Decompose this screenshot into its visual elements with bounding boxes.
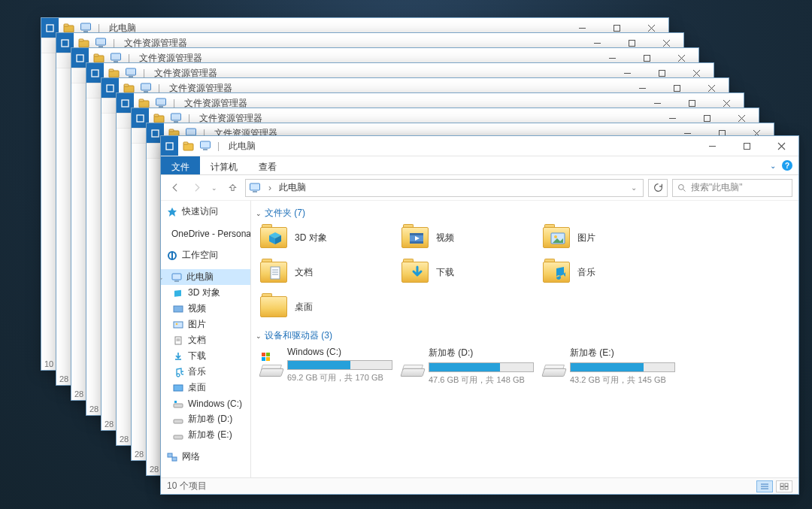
- folder-item[interactable]: 音乐: [543, 259, 684, 286]
- quick-access-monitor-icon[interactable]: [199, 140, 211, 152]
- svg-rect-91: [253, 191, 257, 192]
- address-bar[interactable]: › 此电脑 ⌄: [245, 179, 644, 197]
- explorer-window[interactable]: | 此电脑 文件 计算机 查看 ⌄ ? ⌄ › 此电脑 ⌄: [160, 135, 799, 495]
- addr-monitor-icon: [249, 182, 261, 194]
- nav-child-item[interactable]: 图片: [161, 317, 250, 332]
- drive-item[interactable]: 新加卷 (E:) 43.2 GB 可用，共 145 GB: [543, 347, 684, 386]
- refresh-button[interactable]: [648, 179, 668, 197]
- drive-item[interactable]: Windows (C:) 69.2 GB 可用，共 170 GB: [260, 347, 401, 386]
- svg-rect-57: [171, 114, 181, 120]
- group-folders-header[interactable]: ⌄ 文件夹 (7): [254, 204, 791, 224]
- nav-recent-dropdown[interactable]: ⌄: [209, 180, 220, 196]
- folder-icon: [260, 224, 287, 251]
- status-bar: 10 个项目: [161, 477, 798, 494]
- folder-label: 音乐: [577, 266, 595, 279]
- nav-network[interactable]: 网络: [161, 449, 250, 465]
- svg-rect-128: [262, 353, 265, 356]
- folder-icon: [260, 259, 287, 286]
- folder-item[interactable]: 图片: [543, 224, 684, 251]
- drive-usage-bar: [570, 362, 675, 372]
- svg-rect-97: [172, 274, 181, 280]
- collapse-icon[interactable]: ⌄: [256, 332, 262, 340]
- nav-child-item[interactable]: 下载: [161, 348, 250, 364]
- drive-usage-bar: [429, 362, 534, 372]
- svg-rect-81: [166, 143, 173, 150]
- ribbon-expand-icon[interactable]: ⌄: [770, 162, 776, 170]
- group-devices-header[interactable]: ⌄ 设备和驱动器 (3): [254, 326, 791, 347]
- drive-icon: [401, 354, 421, 378]
- svg-rect-36: [107, 85, 114, 92]
- nav-this-pc[interactable]: ⌄ 此电脑: [161, 269, 250, 285]
- address-dropdown-icon[interactable]: ⌄: [631, 183, 640, 192]
- view-large-button[interactable]: [776, 480, 792, 492]
- folder-item[interactable]: 下载: [401, 259, 543, 286]
- svg-rect-2: [64, 24, 68, 26]
- nav-onedrive[interactable]: OneDrive - Persona: [161, 226, 250, 241]
- title-bar[interactable]: | 此电脑: [161, 136, 798, 156]
- folder-item[interactable]: 桌面: [260, 293, 401, 320]
- folder-icon: [401, 224, 429, 251]
- svg-rect-3: [81, 23, 91, 30]
- quick-access-folder-icon[interactable]: [183, 140, 195, 152]
- svg-rect-6: [614, 25, 620, 31]
- vertical-scrollbar[interactable]: [786, 201, 798, 477]
- content-pane[interactable]: ⌄ 文件夹 (7) 3D 对象 视频 图片 文档: [251, 201, 798, 477]
- svg-rect-131: [266, 357, 270, 361]
- drive-name: 新加卷 (D:): [429, 347, 534, 359]
- chevron-down-icon[interactable]: ⌄: [161, 274, 165, 281]
- nav-child-item[interactable]: 新加卷 (D:): [161, 411, 250, 427]
- nav-child-item[interactable]: 文档: [161, 332, 250, 348]
- svg-rect-109: [174, 401, 177, 403]
- svg-line-93: [683, 189, 686, 191]
- chevron-right-icon[interactable]: ›: [265, 183, 274, 193]
- close-button[interactable]: [764, 136, 798, 156]
- svg-rect-60: [704, 115, 710, 121]
- svg-rect-38: [124, 84, 129, 86]
- network-icon: [167, 452, 177, 462]
- minimize-button[interactable]: [695, 136, 729, 156]
- nav-forward-button[interactable]: [188, 180, 205, 196]
- svg-rect-47: [139, 99, 144, 101]
- folder-label: 图片: [577, 232, 595, 244]
- collapse-icon[interactable]: ⌄: [256, 210, 262, 217]
- navigation-pane[interactable]: 快速访问 OneDrive - Persona 工作空间 ⌄ 此电脑 3D 对象…: [161, 201, 251, 477]
- svg-rect-85: [203, 149, 208, 150]
- svg-rect-112: [168, 453, 172, 457]
- help-icon[interactable]: ?: [782, 160, 792, 171]
- nav-workspace[interactable]: 工作空间: [161, 247, 250, 263]
- folder-icon: [543, 259, 570, 286]
- nav-child-label: 音乐: [188, 365, 206, 378]
- svg-rect-87: [744, 143, 750, 149]
- svg-rect-138: [785, 486, 788, 489]
- nav-child-item[interactable]: 3D 对象: [161, 285, 250, 301]
- nav-back-button[interactable]: [167, 180, 183, 196]
- folder-icon: [543, 224, 570, 251]
- maximize-button[interactable]: [729, 136, 764, 156]
- nav-child-item[interactable]: 视频: [161, 301, 250, 317]
- svg-rect-96: [171, 252, 173, 259]
- status-hint: 10: [44, 359, 53, 368]
- nav-child-item[interactable]: 音乐: [161, 364, 250, 380]
- svg-rect-51: [689, 100, 695, 106]
- nav-child-item[interactable]: 桌面: [161, 380, 250, 395]
- search-input[interactable]: 搜索"此电脑": [672, 179, 792, 197]
- folder-icon: [401, 259, 429, 286]
- nav-child-item[interactable]: 新加卷 (E:): [161, 427, 250, 443]
- nav-up-button[interactable]: [224, 180, 241, 196]
- status-hint: 28: [105, 420, 114, 429]
- folder-item[interactable]: 视频: [401, 224, 543, 251]
- view-details-button[interactable]: [756, 480, 773, 492]
- ribbon-tab-view[interactable]: 查看: [248, 156, 287, 174]
- ribbon-tab-computer[interactable]: 计算机: [200, 156, 248, 174]
- folder-item[interactable]: 3D 对象: [260, 224, 401, 251]
- folder-item[interactable]: 文档: [260, 259, 401, 286]
- svg-rect-124: [271, 267, 280, 279]
- nav-child-item[interactable]: Windows (C:): [161, 395, 250, 411]
- ribbon-tab-file[interactable]: 文件: [161, 156, 200, 174]
- drive-item[interactable]: 新加卷 (D:) 47.6 GB 可用，共 148 GB: [401, 347, 543, 386]
- nav-quick-access[interactable]: 快速访问: [161, 204, 250, 220]
- svg-rect-0: [47, 25, 53, 32]
- svg-rect-84: [201, 141, 211, 148]
- svg-rect-39: [141, 83, 151, 90]
- drive-icon: [260, 354, 280, 378]
